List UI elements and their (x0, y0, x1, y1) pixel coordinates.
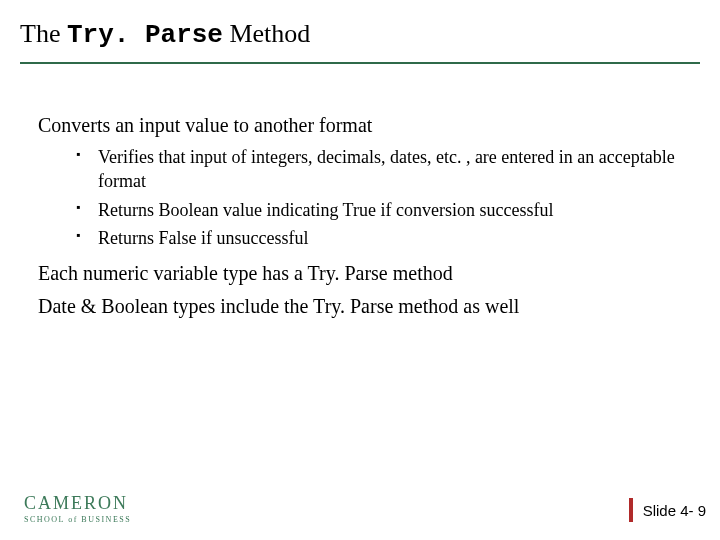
bullet-main-1: Converts an input value to another forma… (38, 112, 690, 139)
title-code: Try. Parse (67, 20, 223, 50)
footer-logo: CAMERON SCHOOL of BUSINESS (24, 493, 131, 524)
slide-body: Converts an input value to another forma… (38, 112, 690, 326)
sub-bullet: Returns False if unsuccessful (98, 226, 690, 250)
sub-bullet: Verifies that input of integers, decimal… (98, 145, 690, 194)
footer-brand: CAMERON (24, 493, 131, 514)
slide: The Try. Parse Method Converts an input … (0, 0, 720, 540)
slide-number-text: Slide 4- 9 (643, 502, 706, 519)
sub-bullets: Verifies that input of integers, decimal… (38, 145, 690, 250)
accent-stripe (629, 498, 633, 522)
title-pre: The (20, 19, 67, 48)
bullet-main-2: Each numeric variable type has a Try. Pa… (38, 260, 690, 287)
title-post: Method (223, 19, 310, 48)
slide-title: The Try. Parse Method (20, 18, 310, 51)
footer-subbrand: SCHOOL of BUSINESS (24, 515, 131, 524)
bullet-main-3: Date & Boolean types include the Try. Pa… (38, 293, 690, 320)
sub-bullet: Returns Boolean value indicating True if… (98, 198, 690, 222)
slide-number: Slide 4- 9 (629, 498, 706, 522)
title-underline (20, 62, 700, 64)
